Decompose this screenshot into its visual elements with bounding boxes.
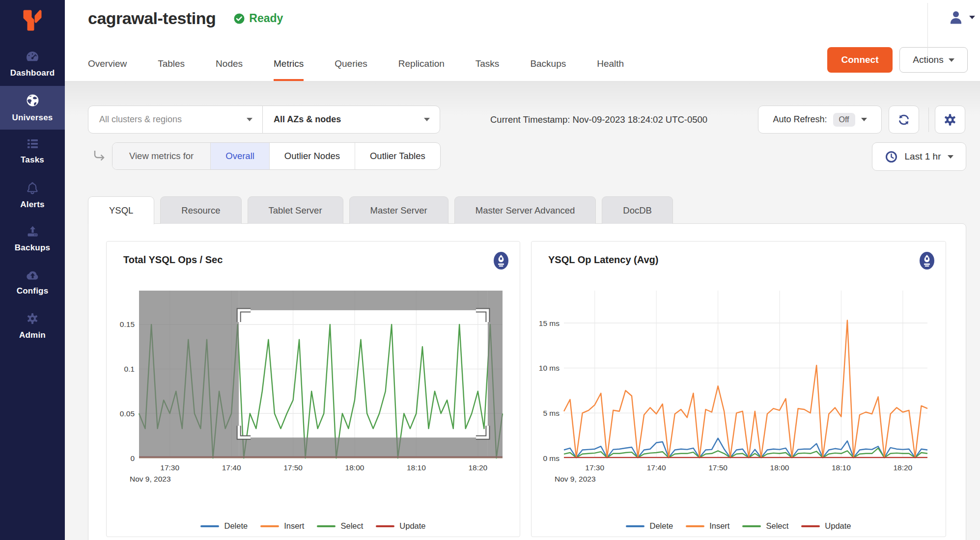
legend-swatch [626, 525, 644, 527]
metric-tab-tablet-server[interactable]: Tablet Server [248, 196, 343, 224]
scope-option-outlier-nodes[interactable]: Outlier Nodes [269, 143, 355, 169]
refresh-button[interactable] [889, 106, 919, 134]
chevron-down-icon [969, 16, 975, 19]
sidebar-item-label: Dashboard [10, 68, 55, 78]
legend-label: Insert [709, 521, 729, 531]
tab-queries[interactable]: Queries [335, 58, 367, 81]
chart-card-ysql-op-latency: YSQL Op Latency (Avg) 0 ms5 ms10 ms15 ms… [531, 241, 946, 537]
legend-label: Delete [649, 521, 673, 531]
actions-button[interactable]: Actions [899, 47, 968, 73]
legend-item-delete[interactable]: Delete [200, 521, 248, 531]
filter-row: All clusters & regions All AZs & nodes C… [65, 106, 980, 134]
tab-tasks[interactable]: Tasks [476, 58, 500, 81]
legend-swatch [742, 525, 761, 527]
connect-label: Connect [841, 54, 879, 65]
sidebar-item-label: Tasks [21, 155, 44, 165]
chevron-down-icon [861, 118, 867, 121]
sidebar-item-label: Admin [19, 330, 46, 340]
tab-tables[interactable]: Tables [158, 58, 185, 81]
tab-overview[interactable]: Overview [88, 58, 127, 81]
sidebar-item-admin[interactable]: Admin [0, 304, 65, 348]
legend-swatch [801, 525, 820, 527]
page-title: cagrawal-testing [88, 9, 216, 28]
metrics-scope-segmented: View metrics for OverallOutlier NodesOut… [112, 142, 441, 170]
backups-upload-icon [26, 225, 39, 240]
chart-plot-area[interactable]: 0 ms5 ms10 ms15 ms17:3017:4017:5018:0018… [535, 288, 931, 488]
metric-tab-ysql[interactable]: YSQL [88, 196, 154, 224]
chart-plot-area[interactable]: 00.050.10.1517:3017:4017:5018:0018:1018:… [111, 288, 506, 488]
tab-replication[interactable]: Replication [398, 58, 445, 81]
view-metrics-row: View metrics for OverallOutlier NodesOut… [65, 142, 980, 170]
chart-legend: DeleteInsertSelectUpdate [532, 521, 946, 531]
sidebar-item-configs[interactable]: Configs [0, 261, 65, 304]
svg-text:18:10: 18:10 [407, 463, 426, 472]
time-range-dropdown[interactable]: Last 1 hr [872, 142, 966, 171]
scope-option-outlier-tables[interactable]: Outlier Tables [355, 143, 440, 169]
legend-item-insert[interactable]: Insert [686, 521, 729, 531]
tab-metrics[interactable]: Metrics [274, 58, 304, 81]
cluster-region-placeholder: All clusters & regions [99, 114, 182, 125]
sidebar-item-tasks[interactable]: Tasks [0, 130, 65, 173]
svg-text:17:40: 17:40 [222, 463, 241, 472]
universe-globe-icon [26, 93, 40, 109]
legend-label: Delete [224, 521, 248, 531]
metric-tab-master-server[interactable]: Master Server [349, 196, 448, 224]
yugabyte-logo[interactable] [0, 0, 65, 42]
chevron-down-icon [949, 58, 954, 62]
legend-item-select[interactable]: Select [317, 521, 363, 531]
alerts-bell-icon [26, 181, 39, 196]
sidebar-item-label: Universes [12, 113, 53, 123]
auto-refresh-value: Off [833, 113, 855, 127]
title-row: cagrawal-testing Ready [88, 9, 283, 28]
az-node-value: All AZs & nodes [274, 114, 341, 125]
legend-item-delete[interactable]: Delete [626, 521, 673, 531]
legend-swatch [200, 525, 219, 527]
connect-button[interactable]: Connect [827, 47, 893, 73]
scope-option-overall[interactable]: Overall [210, 143, 269, 169]
legend-label: Insert [284, 521, 304, 531]
sidebar-item-label: Backups [15, 243, 50, 253]
header: cagrawal-testing Ready OverviewTablesNod… [65, 0, 980, 81]
metric-tab-master-server-advanced[interactable]: Master Server Advanced [454, 196, 596, 224]
legend-label: Update [825, 521, 851, 531]
chart-title: YSQL Op Latency (Avg) [548, 254, 658, 266]
user-icon [948, 9, 964, 26]
chart-title: Total YSQL Ops / Sec [123, 254, 223, 266]
redirect-arrow-icon [92, 149, 107, 163]
sidebar-item-dashboard[interactable]: Dashboard [0, 42, 65, 86]
prometheus-icon[interactable] [493, 251, 509, 272]
tasks-list-icon [26, 138, 39, 152]
az-node-select[interactable]: All AZs & nodes [262, 106, 440, 134]
tab-backups[interactable]: Backups [530, 58, 566, 81]
yugabyte-y-icon [21, 8, 44, 34]
universe-nav-tabs: OverviewTablesNodesMetricsQueriesReplica… [88, 49, 624, 81]
metric-tab-docdb[interactable]: DocDB [602, 196, 673, 224]
svg-text:17:30: 17:30 [160, 463, 179, 472]
svg-text:5 ms: 5 ms [543, 409, 560, 417]
cluster-region-select[interactable]: All clusters & regions [88, 106, 263, 134]
legend-label: Update [399, 521, 425, 531]
current-timestamp: Current Timestamp: Nov-09-2023 18:24:02 … [490, 106, 707, 134]
sidebar-item-universes[interactable]: Universes [0, 86, 65, 130]
settings-button[interactable] [935, 106, 965, 134]
svg-text:17:50: 17:50 [283, 463, 303, 472]
legend-item-update[interactable]: Update [376, 521, 425, 531]
svg-text:17:50: 17:50 [708, 463, 728, 472]
legend-item-select[interactable]: Select [742, 521, 788, 531]
sidebar: DashboardUniversesTasksAlertsBackupsConf… [0, 0, 65, 540]
auto-refresh-dropdown[interactable]: Auto Refresh: Off [758, 106, 882, 134]
legend-swatch [260, 525, 279, 527]
user-menu[interactable] [948, 9, 975, 26]
status-label: Ready [249, 12, 283, 25]
gear-icon [943, 113, 957, 127]
legend-item-insert[interactable]: Insert [260, 521, 304, 531]
divider [928, 108, 929, 132]
tab-health[interactable]: Health [597, 58, 624, 81]
tab-nodes[interactable]: Nodes [216, 58, 243, 81]
metric-tab-resource[interactable]: Resource [160, 196, 241, 224]
legend-item-update[interactable]: Update [801, 521, 851, 531]
prometheus-icon[interactable] [919, 251, 935, 272]
legend-swatch [686, 525, 704, 527]
sidebar-item-alerts[interactable]: Alerts [0, 173, 65, 217]
sidebar-item-backups[interactable]: Backups [0, 217, 65, 261]
